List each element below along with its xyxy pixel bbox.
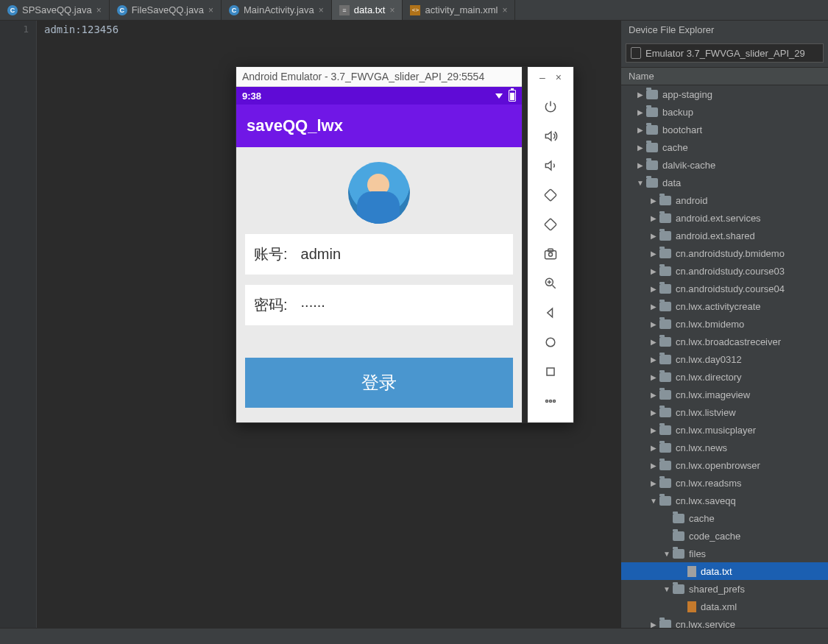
node-label: cn.lwx.bmidemo <box>676 319 744 330</box>
expand-arrow-icon[interactable]: ▶ <box>648 444 659 452</box>
volume-up-icon[interactable] <box>542 127 559 145</box>
node-label: dalvik-cache <box>662 160 715 171</box>
tree-folder[interactable]: ▶android.ext.services <box>621 209 828 227</box>
device-selector[interactable]: Emulator 3.7_FWVGA_slider_API_29 <box>626 43 824 63</box>
expand-arrow-icon[interactable]: ▶ <box>634 144 646 152</box>
close-icon[interactable]: × <box>96 5 102 15</box>
tree-folder[interactable]: ▶backup <box>621 103 828 121</box>
expand-arrow-icon[interactable]: ▶ <box>648 373 659 381</box>
close-icon[interactable]: × <box>208 5 213 15</box>
tree-folder[interactable]: ▶cache <box>621 138 828 156</box>
tree-folder[interactable]: cache <box>621 509 828 527</box>
expand-arrow-icon[interactable]: ▶ <box>634 91 646 99</box>
zoom-icon[interactable] <box>542 275 559 292</box>
node-label: cn.lwx.news <box>676 442 727 453</box>
tree-folder[interactable]: ▶android.ext.shared <box>621 227 828 244</box>
account-field[interactable]: 账号: <box>245 234 513 275</box>
password-input[interactable] <box>301 297 504 314</box>
expand-arrow-icon[interactable]: ▶ <box>648 320 659 328</box>
expand-arrow-icon[interactable]: ▶ <box>648 355 659 364</box>
expand-arrow-icon[interactable]: ▶ <box>648 267 659 275</box>
login-button[interactable]: 登录 <box>245 358 513 408</box>
editor-tabs: CSPSaveQQ.java×CFileSaveQQ.java×CMainAct… <box>0 0 828 21</box>
tree-folder[interactable]: ▶bootchart <box>621 121 828 138</box>
node-label: android.ext.shared <box>676 230 755 241</box>
rotate-right-icon[interactable] <box>542 216 559 233</box>
tree-folder[interactable]: ▶cn.androidstudy.bmidemo <box>621 244 828 262</box>
expand-arrow-icon[interactable]: ▶ <box>634 126 646 134</box>
node-label: data.xml <box>701 601 737 612</box>
emulator-minimize[interactable]: – <box>539 71 545 83</box>
expand-arrow-icon[interactable]: ▶ <box>648 338 659 346</box>
tree-folder[interactable]: ▶cn.lwx.openbrowser <box>621 456 828 474</box>
close-icon[interactable]: × <box>319 5 324 15</box>
tree-folder[interactable]: ▶cn.lwx.listview <box>621 403 828 421</box>
tree-folder[interactable]: code_cache <box>621 527 828 545</box>
expand-arrow-icon[interactable]: ▶ <box>648 408 659 417</box>
tree-folder[interactable]: ▶cn.lwx.activitycreate <box>621 297 828 315</box>
folder-icon <box>659 213 671 223</box>
expand-arrow-icon[interactable]: ▶ <box>634 108 646 116</box>
rotate-left-icon[interactable] <box>542 186 559 204</box>
close-icon[interactable]: × <box>502 5 507 15</box>
volume-down-icon[interactable] <box>542 157 559 174</box>
expand-arrow-icon[interactable]: ▶ <box>648 302 659 311</box>
editor-tab[interactable]: ≡data.txt× <box>332 0 403 20</box>
editor-tab[interactable]: CFileSaveQQ.java× <box>110 0 222 20</box>
tree-folder[interactable]: ▼shared_prefs <box>621 580 828 598</box>
expand-arrow-icon[interactable]: ▶ <box>648 250 659 258</box>
node-label: cache <box>689 513 715 524</box>
tree-folder[interactable]: ▶dalvik-cache <box>621 156 828 174</box>
file-tree: ▶app-staging▶backup▶bootchart▶cache▶dalv… <box>621 85 828 628</box>
tree-folder[interactable]: ▶cn.lwx.readsms <box>621 474 828 492</box>
tree-folder[interactable]: ▶cn.lwx.musicplayer <box>621 421 828 439</box>
tree-folder[interactable]: ▶cn.androidstudy.course04 <box>621 280 828 297</box>
expand-arrow-icon[interactable]: ▼ <box>661 585 673 593</box>
editor-tab[interactable]: CSPSaveQQ.java× <box>0 0 110 20</box>
password-field[interactable]: 密码: <box>245 285 513 325</box>
expand-arrow-icon[interactable]: ▶ <box>648 285 659 293</box>
expand-arrow-icon[interactable]: ▶ <box>648 461 659 470</box>
overview-icon[interactable] <box>542 363 559 381</box>
tree-folder[interactable]: ▶cn.lwx.service <box>621 615 828 628</box>
expand-arrow-icon[interactable]: ▶ <box>648 232 659 240</box>
power-icon[interactable] <box>542 98 559 116</box>
expand-arrow-icon[interactable]: ▶ <box>648 214 659 222</box>
expand-arrow-icon[interactable]: ▼ <box>648 497 659 505</box>
tree-folder[interactable]: ▶cn.lwx.day0312 <box>621 350 828 368</box>
tree-folder[interactable]: ▶cn.lwx.directory <box>621 368 828 386</box>
expand-arrow-icon[interactable]: ▶ <box>648 197 659 205</box>
folder-icon <box>659 620 671 629</box>
folder-icon <box>659 372 671 382</box>
account-input[interactable] <box>301 246 504 263</box>
tree-file[interactable]: data.txt <box>621 562 828 580</box>
svg-rect-4 <box>548 249 553 251</box>
home-icon[interactable] <box>542 333 559 351</box>
expand-arrow-icon[interactable]: ▶ <box>648 620 659 629</box>
back-icon[interactable] <box>542 304 559 322</box>
expand-arrow-icon[interactable]: ▶ <box>648 391 659 399</box>
tree-column-header[interactable]: Name <box>621 67 828 85</box>
expand-arrow-icon[interactable]: ▼ <box>661 550 673 558</box>
tree-folder[interactable]: ▶cn.lwx.imageview <box>621 386 828 403</box>
expand-arrow-icon[interactable]: ▼ <box>634 179 646 187</box>
tree-file[interactable]: data.xml <box>621 598 828 615</box>
tree-folder[interactable]: ▼files <box>621 545 828 562</box>
tree-folder[interactable]: ▼data <box>621 174 828 191</box>
more-icon[interactable] <box>542 392 559 410</box>
emulator-close[interactable]: × <box>556 71 562 83</box>
tree-folder[interactable]: ▶app-staging <box>621 85 828 103</box>
tree-folder[interactable]: ▶cn.androidstudy.course03 <box>621 262 828 280</box>
camera-icon[interactable] <box>542 245 559 263</box>
expand-arrow-icon[interactable]: ▶ <box>648 479 659 487</box>
editor-tab[interactable]: CMainActivity.java× <box>222 0 332 20</box>
expand-arrow-icon[interactable]: ▶ <box>648 426 659 434</box>
editor-tab[interactable]: <>activity_main.xml× <box>403 0 515 20</box>
close-icon[interactable]: × <box>389 5 394 15</box>
tree-folder[interactable]: ▶cn.lwx.bmidemo <box>621 315 828 333</box>
tree-folder[interactable]: ▶cn.lwx.news <box>621 439 828 456</box>
tree-folder[interactable]: ▼cn.lwx.saveqq <box>621 492 828 509</box>
tree-folder[interactable]: ▶android <box>621 191 828 209</box>
tree-folder[interactable]: ▶cn.lwx.broadcastreceiver <box>621 333 828 350</box>
expand-arrow-icon[interactable]: ▶ <box>634 161 646 169</box>
